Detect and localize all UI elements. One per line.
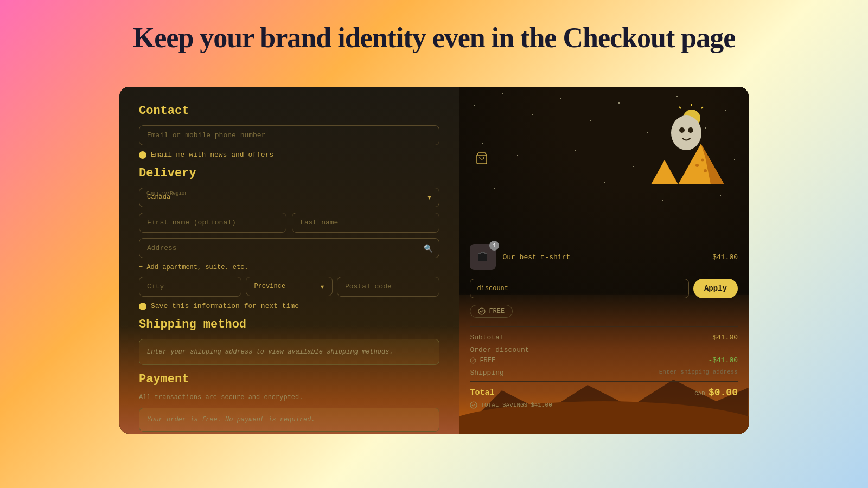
svg-point-11 [695,164,699,167]
country-select-wrapper: Canada United States United Kingdom Coun… [139,188,439,207]
payment-section: Payment All transactions are secure and … [139,373,439,432]
star [502,93,503,94]
star [560,98,561,99]
contact-section-title: Contact [139,104,439,118]
city-input[interactable] [139,277,241,297]
address-search-icon: 🔍 [424,243,433,253]
star [720,195,721,196]
payment-free-note: Your order is free. No payment is requir… [139,408,439,432]
brand-illustration [635,103,732,190]
star [633,166,634,167]
svg-line-2 [701,107,703,108]
address-wrapper: 🔍 [139,238,439,258]
apply-button[interactable]: Apply [693,279,738,298]
checkout-container: Contact Email me with news and offers De… [119,87,749,434]
total-currency: CAD [694,390,705,397]
save-info-row: Save this information for next time [139,302,439,310]
star [590,120,591,121]
svg-line-3 [679,107,681,108]
shipping-value: Enter shipping address [659,369,738,377]
right-panel: 1 Our best t-shirt $41.00 Apply FREE [459,87,749,434]
delivery-section-title: Delivery [139,166,439,180]
star [734,159,735,160]
shipping-line: Shipping Enter shipping address [470,369,738,377]
summary-lines: Subtotal $41.00 Order discount FREE [470,326,738,409]
discount-row: Apply [470,279,738,298]
svg-point-12 [704,169,707,172]
svg-point-15 [478,308,485,314]
star [482,143,483,144]
svg-point-13 [701,159,704,162]
svg-marker-9 [651,160,678,184]
discount-input[interactable] [470,279,689,298]
product-name: Our best t-shirt [502,253,706,261]
shipping-placeholder-text: Enter your shipping address to view avai… [139,339,439,365]
star [676,96,678,97]
star [474,105,475,106]
total-line: Total CAD $0.00 [470,387,738,398]
free-discount-line: FREE -$41.00 [470,356,738,364]
star [662,200,663,201]
shipping-section: Shipping method Enter your shipping addr… [139,318,439,365]
svg-point-5 [679,127,685,133]
newsletter-row: Email me with news and offers [139,151,439,159]
discount-amount: -$41.00 [708,356,738,364]
product-image: 1 [470,244,496,270]
star [575,150,576,151]
product-badge: 1 [489,241,499,251]
svg-point-4 [671,115,701,150]
newsletter-radio[interactable] [139,151,146,159]
left-panel: Contact Email me with news and offers De… [119,87,459,434]
save-info-radio[interactable] [139,303,146,310]
star [618,102,620,104]
product-row: 1 Our best t-shirt $41.00 [470,244,738,270]
last-name-input[interactable] [292,213,439,233]
subtotal-line: Subtotal $41.00 [470,333,738,342]
savings-value: $41.00 [531,402,552,408]
order-discount-label: Order discount [470,346,529,354]
free-badge-label: FREE [489,307,505,315]
cart-icon [475,152,488,168]
contact-section: Contact Email me with news and offers [139,104,439,159]
add-apartment-link[interactable]: + Add apartment, suite, etc. [139,264,439,271]
page-title: Keep your brand identity even in the Che… [0,22,868,54]
star [532,114,533,115]
shipping-label: Shipping [470,369,503,377]
payment-section-title: Payment [139,373,439,386]
free-label: FREE [480,357,495,364]
star [517,155,518,156]
total-label: Total [470,388,494,397]
star [604,182,605,183]
first-name-input[interactable] [139,213,286,233]
payment-subtitle: All transactions are secure and encrypte… [139,394,439,401]
postal-input[interactable] [337,277,439,297]
savings-line: TOTAL SAVINGS $41.00 [470,401,738,409]
subtotal-label: Subtotal [470,333,503,342]
order-discount-line: Order discount [470,346,738,354]
save-info-label: Save this information for next time [151,302,299,310]
free-badge: FREE [470,305,513,318]
address-input[interactable] [139,238,439,258]
newsletter-label: Email me with news and offers [151,151,273,159]
order-summary: 1 Our best t-shirt $41.00 Apply FREE [470,244,738,409]
savings-icon [470,401,477,409]
product-price: $41.00 [712,253,738,261]
delivery-section: Delivery Canada United States United Kin… [139,166,439,310]
province-select[interactable]: Province [246,277,332,296]
subtotal-value: $41.00 [712,333,738,342]
svg-point-17 [470,402,477,408]
country-select[interactable]: Canada United States United Kingdom [139,188,439,207]
total-value: $0.00 [709,387,738,398]
savings-label: TOTAL SAVINGS [481,402,527,408]
city-row: Province [139,277,439,297]
free-icon [470,357,476,364]
svg-point-6 [688,127,693,133]
name-row [139,213,439,233]
email-input[interactable] [139,125,439,145]
shipping-section-title: Shipping method [139,318,439,331]
star [494,188,495,189]
